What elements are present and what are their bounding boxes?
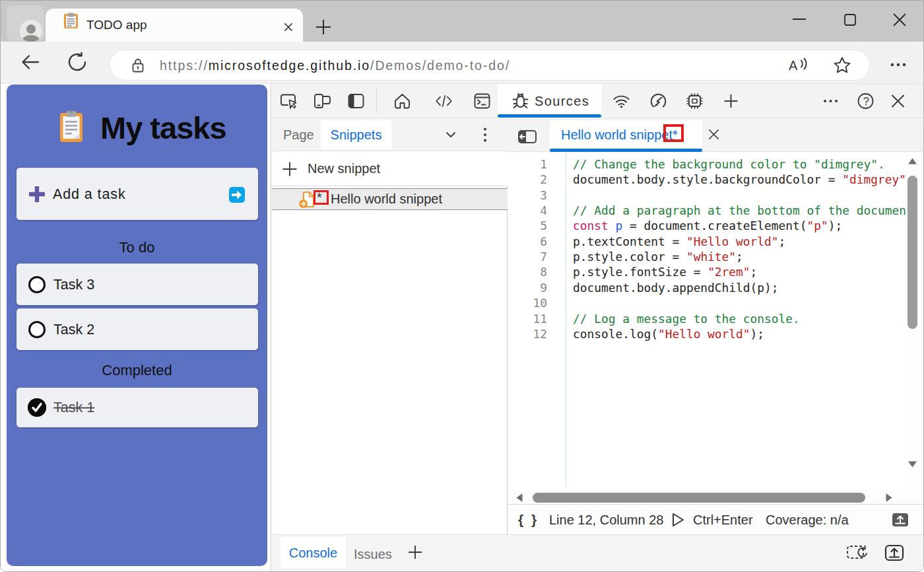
scroll-down-arrow-icon[interactable] — [908, 460, 917, 468]
inspect-element-icon[interactable] — [280, 92, 298, 110]
line-number: 10 — [508, 295, 547, 310]
console-panel-icon[interactable] — [473, 92, 491, 110]
devtools-close-icon[interactable] — [889, 92, 907, 110]
task-item[interactable]: Task 2 — [16, 308, 258, 350]
scroll-up-arrow-icon[interactable] — [908, 157, 917, 165]
navigator-more-kebab-icon[interactable] — [477, 126, 494, 143]
tab-strip: TODO app — [1, 1, 924, 42]
navigator-tab-snippets-label: Snippets — [331, 127, 382, 143]
elements-panel-icon[interactable] — [435, 92, 453, 110]
navigator-tab-page[interactable]: Page — [283, 127, 314, 142]
tab-sources[interactable]: Sources — [498, 84, 601, 118]
profile-button[interactable] — [7, 5, 44, 41]
pretty-print-braces-icon[interactable]: { } — [518, 512, 539, 528]
refresh-button[interactable] — [67, 52, 87, 72]
task-checkbox-circle[interactable] — [28, 276, 46, 293]
task-item[interactable]: Task 3 — [16, 264, 258, 305]
line-number: 2 — [508, 172, 547, 187]
console-activity-icon[interactable] — [846, 543, 869, 563]
url-text: https://microsoftedge.github.io/Demos/de… — [160, 57, 510, 73]
code-line: p.style.color = "white"; — [573, 249, 743, 264]
devtools-pane: Sources — [271, 84, 924, 572]
settings-more-button[interactable] — [889, 55, 911, 75]
url-host: microsoftedge.github.io — [209, 57, 370, 72]
task-item-completed[interactable]: Task 1 — [16, 388, 258, 427]
horizontal-scroll-thumb[interactable] — [533, 493, 865, 503]
vertical-scroll-thumb[interactable] — [908, 176, 917, 329]
scroll-right-arrow-icon[interactable] — [885, 493, 893, 503]
line-number: 6 — [508, 234, 547, 249]
drawer-tab-console[interactable]: Console — [280, 537, 346, 568]
url-scheme: https:// — [160, 57, 209, 72]
performance-gauge-icon[interactable] — [649, 92, 667, 110]
add-task-label: Add a task — [53, 186, 126, 202]
code-line: const p = document.createElement("p"); — [573, 218, 842, 233]
line-number: 11 — [508, 311, 547, 326]
task-checked-circle[interactable] — [28, 398, 46, 417]
line-number: 3 — [508, 188, 547, 203]
line-number: 9 — [508, 280, 547, 295]
tab-title: TODO app — [86, 18, 147, 32]
run-shortcut-label: Ctrl+Enter — [693, 512, 753, 527]
device-emulation-icon[interactable] — [314, 92, 331, 110]
editor-tab-close-icon[interactable] — [708, 128, 720, 141]
todo-panel: My tasks Add a task To do Task 3 Task 2 — [7, 85, 267, 566]
welcome-home-icon[interactable] — [393, 92, 411, 110]
clipboard-icon — [56, 110, 86, 143]
favorites-star-button[interactable] — [832, 55, 852, 75]
load-snippet-icon[interactable] — [892, 512, 909, 528]
add-task-card[interactable]: Add a task — [16, 168, 258, 220]
editor-tab-underline — [550, 149, 702, 152]
devtools-more-icon[interactable] — [822, 92, 840, 110]
new-tab-button[interactable] — [315, 18, 332, 36]
memory-chip-icon[interactable] — [686, 92, 704, 110]
new-snippet-button[interactable]: New snippet — [272, 151, 508, 186]
lock-icon[interactable] — [131, 57, 145, 73]
network-wifi-icon[interactable] — [612, 92, 630, 110]
editor-status-bar: { } Line 12, Column 28 Ctrl+Enter Covera… — [508, 504, 924, 534]
devtools-help-icon[interactable]: ? — [857, 92, 874, 110]
vertical-scrollbar[interactable] — [906, 152, 919, 490]
line-number: 8 — [508, 264, 547, 279]
read-aloud-button[interactable]: A — [789, 56, 808, 75]
cursor-position-label: Line 12, Column 28 — [549, 512, 663, 527]
code-editor[interactable]: 1// Change the background color to "dimg… — [508, 152, 906, 490]
dock-side-icon[interactable] — [347, 92, 365, 110]
code-line: document.body.style.backgroundColor = "d… — [573, 172, 906, 187]
drawer-more-tabs-plus-icon[interactable] — [407, 544, 424, 561]
tab-close-icon[interactable] — [280, 19, 296, 35]
svg-text:A: A — [789, 58, 798, 73]
scroll-left-arrow-icon[interactable] — [515, 493, 523, 503]
drawer-tab-issues[interactable]: Issues — [354, 546, 392, 561]
run-snippet-play-icon[interactable] — [670, 512, 686, 528]
window-minimize-button[interactable] — [789, 10, 809, 30]
snippet-name-label: Hello world snippet — [331, 192, 442, 207]
browser-toolbar: https://microsoftedge.github.io/Demos/de… — [1, 42, 924, 84]
more-tools-plus-icon[interactable] — [722, 92, 740, 110]
code-line: // Change the background color to "dimgr… — [573, 157, 885, 172]
task-label: Task 2 — [53, 321, 94, 338]
browser-tab-todo-app[interactable]: TODO app — [46, 9, 303, 42]
code-line: p.style.fontSize = "2rem"; — [573, 264, 757, 279]
drawer-expand-icon[interactable] — [884, 544, 904, 562]
add-task-submit-button[interactable] — [229, 187, 245, 203]
code-line: // Add a paragraph at the bottom of the … — [573, 203, 906, 218]
task-checkbox-circle[interactable] — [28, 321, 46, 338]
navigator-tab-snippets[interactable]: Snippets — [321, 120, 391, 149]
new-snippet-plus-icon — [281, 161, 298, 178]
code-line: p.textContent = "Hello world"; — [573, 234, 785, 249]
hide-navigator-icon[interactable] — [518, 130, 537, 143]
coverage-label: Coverage: n/a — [766, 512, 849, 527]
svg-text:?: ? — [863, 95, 869, 107]
chevron-down-icon[interactable] — [442, 126, 459, 143]
editor-pane: Hello world snippet* 1// Change the back… — [508, 118, 924, 534]
add-task-plus-icon — [29, 186, 45, 202]
code-line: document.body.appendChild(p); — [573, 280, 779, 295]
todo-section-heading: To do — [7, 239, 267, 256]
back-button[interactable] — [20, 52, 40, 72]
horizontal-scrollbar[interactable] — [508, 490, 924, 504]
address-bar[interactable]: https://microsoftedge.github.io/Demos/de… — [110, 50, 870, 81]
snippet-list-item-selected[interactable]: * Hello world snippet — [272, 188, 508, 210]
window-close-button[interactable] — [890, 10, 909, 30]
window-maximize-button[interactable] — [840, 10, 860, 30]
